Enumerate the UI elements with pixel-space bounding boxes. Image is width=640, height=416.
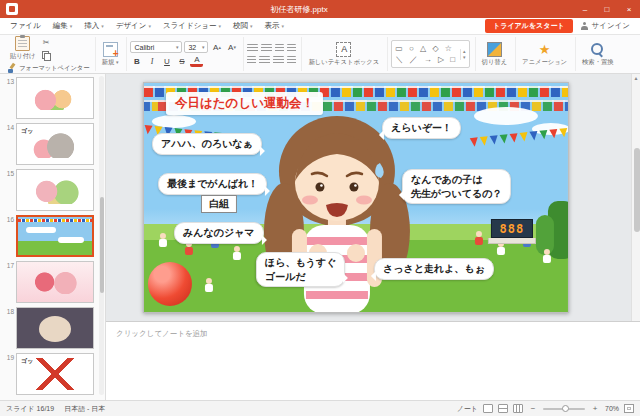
thumbnail-caption: ゴッ	[21, 357, 33, 366]
speech-bubble[interactable]: さっさと走れよ、もぉ	[374, 258, 494, 280]
menu-insert[interactable]: 挿入▾	[78, 19, 110, 33]
animation-button[interactable]: ★ アニメーション	[519, 41, 570, 68]
numbering-button[interactable]	[261, 44, 272, 53]
speech-bubble[interactable]: 最後までがんばれ！	[158, 173, 267, 195]
language-indicator[interactable]: 日本語 - 日本	[64, 404, 105, 414]
shrink-font-button[interactable]: A	[225, 41, 238, 53]
chevron-down-icon: ▾	[116, 59, 119, 65]
gallery-up-icon[interactable]: ▴	[463, 49, 466, 54]
thumbnail-caption: ゴッ	[21, 127, 33, 136]
indent-button[interactable]	[287, 56, 296, 65]
menu-view[interactable]: 表示▾	[259, 19, 291, 33]
signin-button[interactable]: サインイン	[581, 21, 630, 31]
slide-number: 17	[2, 261, 14, 303]
clipboard-icon	[15, 36, 30, 51]
speech-bubble[interactable]: アハハ、のろいなぁ	[152, 133, 262, 155]
normal-view-button[interactable]	[483, 404, 493, 413]
align-center-button[interactable]	[287, 44, 296, 53]
thumbnail-slide-16-selected[interactable]: 16	[2, 215, 97, 257]
thumbnail-scrollbar[interactable]	[99, 76, 104, 395]
grow-font-icon: A	[213, 43, 218, 52]
speech-bubble[interactable]: みんなのジャマ	[174, 222, 264, 244]
cloud	[474, 107, 538, 125]
thumbnail-slide-13[interactable]: 13	[2, 77, 97, 119]
zoom-slider[interactable]	[543, 408, 585, 410]
thumbnail-slide-19[interactable]: 19 ゴッ	[2, 353, 97, 395]
notes-pane[interactable]: クリックしてノートを追加	[106, 321, 640, 400]
trial-start-button[interactable]: トライアルをスタート	[485, 19, 572, 33]
maximize-button[interactable]: □	[596, 0, 618, 18]
align-left-button[interactable]	[275, 44, 284, 53]
bullets-button[interactable]	[247, 44, 258, 53]
thumbnail-slide-14[interactable]: 14 ゴッ	[2, 123, 97, 165]
transition-label: 切り替え	[482, 58, 507, 67]
new-slide-button[interactable]: 新規 ▾	[99, 41, 122, 68]
child-figure	[158, 233, 167, 248]
minimize-button[interactable]: –	[574, 0, 596, 18]
paste-button[interactable]: 貼り付け	[7, 35, 38, 62]
font-color-icon: A	[194, 55, 199, 64]
cut-button[interactable]: ✂	[40, 38, 51, 48]
slides-group: 新規 ▾	[95, 37, 125, 71]
format-painter-button[interactable]: フォーマットペインター	[7, 63, 90, 73]
zoom-level[interactable]: 70%	[605, 405, 619, 412]
workspace: 13 14 ゴッ 15 16 17 18	[0, 74, 640, 400]
canvas-scrollbar[interactable]: ▲	[631, 74, 640, 321]
justify-button[interactable]	[259, 56, 270, 65]
fit-to-window-button[interactable]	[624, 404, 634, 413]
zoom-out-button[interactable]: −	[528, 404, 538, 413]
slide-editing-surface[interactable]: 888 今日はたのしい運動会！	[143, 82, 569, 313]
speech-bubble[interactable]: えらいぞー！	[382, 117, 461, 139]
italic-button[interactable]: I	[145, 55, 158, 67]
menu-edit[interactable]: 編集▾	[47, 19, 79, 33]
slide-title-textbox[interactable]: 今日はたのしい運動会！	[166, 92, 323, 115]
speech-bubble[interactable]: なんであの子は 先生がついてるの？	[402, 169, 511, 204]
font-size-select[interactable]: 32 ▾	[184, 41, 208, 53]
menu-file[interactable]: ファイル	[4, 19, 47, 33]
thumbnail-slide-15[interactable]: 15	[2, 169, 97, 211]
search-icon	[590, 42, 605, 57]
scrollbar-thumb[interactable]	[634, 148, 640, 232]
speech-bubble[interactable]: ほら、もうすぐ ゴールだ	[256, 252, 345, 287]
menu-design[interactable]: デザイン▾	[110, 19, 157, 33]
find-replace-button[interactable]: 検索・置換	[579, 41, 616, 68]
menu-review[interactable]: 校閲▾	[227, 19, 259, 33]
titlebar: 初任者研修.pptx – □ ×	[0, 0, 640, 18]
font-color-button[interactable]: A	[190, 55, 203, 67]
menu-slideshow[interactable]: スライドショー▾	[157, 19, 227, 33]
transition-button[interactable]: 切り替え	[479, 41, 510, 68]
find-replace-group: 検索・置換	[575, 37, 619, 71]
slideshow-view-button[interactable]	[513, 404, 523, 413]
format-painter-label: フォーマットペインター	[19, 64, 90, 73]
shape-row-2: ＼ ／ → ▷ □	[395, 55, 457, 65]
align-right-button[interactable]	[247, 56, 256, 65]
copy-button[interactable]	[40, 50, 51, 60]
presentation-app: 初任者研修.pptx – □ × ファイル 編集▾ 挿入▾ デザイン▾ スライド…	[0, 0, 640, 416]
scroll-up-icon[interactable]: ▲	[632, 74, 640, 83]
new-slide-label: 新規	[102, 58, 115, 65]
pennant-string	[470, 128, 568, 147]
slide-number: 16	[2, 215, 14, 257]
copy-icon	[42, 51, 50, 59]
strikethrough-button[interactable]: S	[175, 55, 188, 67]
new-textbox-button[interactable]: 新しいテキストボックス	[305, 41, 382, 68]
font-name-select[interactable]: Calibri ▾	[130, 41, 182, 53]
gallery-down-icon[interactable]: ▾	[463, 55, 466, 60]
thumbnail-slide-18[interactable]: 18	[2, 307, 97, 349]
zoom-in-button[interactable]: +	[590, 404, 600, 413]
line-spacing-button[interactable]	[273, 56, 284, 65]
paste-label: 貼り付け	[10, 52, 35, 61]
bold-button[interactable]: B	[130, 55, 143, 67]
slide-sorter-view-button[interactable]	[498, 404, 508, 413]
chevron-down-icon: ▾	[202, 44, 205, 50]
slide-number: 15	[2, 169, 14, 211]
underline-button[interactable]: U	[160, 55, 173, 67]
grow-font-button[interactable]: A	[210, 41, 223, 53]
zoom-slider-thumb[interactable]	[562, 405, 569, 412]
team-label-textbox[interactable]: 白組	[201, 195, 237, 213]
thumbnail-slide-17[interactable]: 17	[2, 261, 97, 303]
slide-number: 14	[2, 123, 14, 165]
close-button[interactable]: ×	[618, 0, 640, 18]
notes-toggle-button[interactable]: ノート	[457, 404, 478, 414]
shape-gallery[interactable]: ▭ ○ △ ◇ ☆ ＼ ／ → ▷ □ ▴ ▾	[391, 40, 469, 68]
